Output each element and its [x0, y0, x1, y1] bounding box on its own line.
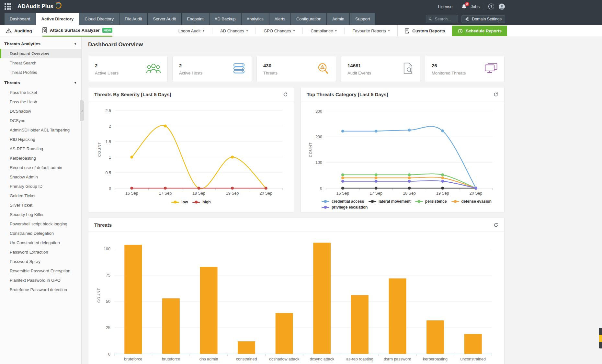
sidebar-item-threat-search[interactable]: Threat Search: [0, 58, 81, 68]
domain-settings-button[interactable]: Domain Settings: [461, 15, 505, 23]
chart-title: Top Threats Category [Last 5 Days]: [307, 92, 388, 97]
server-icon: [233, 63, 245, 75]
sidebar-item-threat-profiles[interactable]: Threat Profiles: [0, 68, 81, 77]
chevron-down-icon: ▾: [74, 81, 76, 85]
tab-alerts[interactable]: Alerts: [269, 13, 290, 25]
search-input[interactable]: [434, 17, 456, 22]
svg-text:50: 50: [106, 299, 110, 304]
legend-item-high[interactable]: high: [192, 200, 210, 204]
dropdown-logon-audit[interactable]: Logon Audit▾: [171, 28, 212, 33]
stat-card-active-users[interactable]: 2Active Users: [88, 56, 168, 82]
license-link[interactable]: License: [438, 4, 453, 9]
main-content: Dashboard Overview 2Active Users2Active …: [82, 37, 602, 364]
svg-text:18 Sep: 18 Sep: [403, 191, 416, 196]
help-button[interactable]: ?: [488, 4, 494, 9]
sidebar-item-constrained-delegation[interactable]: Constrained Delegation: [0, 229, 81, 238]
stat-card-active-hosts[interactable]: 2Active Hosts: [172, 56, 252, 82]
refresh-icon[interactable]: [494, 92, 498, 97]
sidebar-item-pass-the-ticket[interactable]: Pass the ticket: [0, 88, 81, 97]
tab-configuration[interactable]: Configuration: [291, 13, 326, 25]
sidebar-item-silver-ticket[interactable]: Silver Ticket: [0, 200, 81, 210]
tab-analytics[interactable]: Analytics: [242, 13, 269, 25]
sidebar-section-threats-analytics[interactable]: Threats Analytics▾: [0, 38, 81, 49]
svg-text:17 Sep: 17 Sep: [159, 191, 172, 196]
legend-item-credential-access[interactable]: credential access: [322, 199, 364, 204]
tab-active-directory[interactable]: Active Directory: [36, 13, 79, 25]
tab-endpoint[interactable]: Endpoint: [182, 13, 209, 25]
custom-reports-button[interactable]: Custom Reports: [398, 28, 452, 34]
profile-avatar[interactable]: [498, 3, 505, 10]
legend-item-privilege-escalation[interactable]: privilege escalation: [322, 205, 368, 210]
auditing-tab[interactable]: Auditing: [6, 25, 32, 37]
sidebar-item-un-constrained-delegation[interactable]: Un-Constrained delegation: [0, 238, 81, 247]
stat-card-threats[interactable]: 430Threats: [256, 56, 336, 82]
sidebar-item-recent-use-of-default-admin[interactable]: Recent use of default admin: [0, 163, 81, 172]
sidebar-item-dashboard-overview[interactable]: Dashboard Overview: [0, 49, 81, 58]
legend-item-low[interactable]: low: [171, 200, 188, 204]
sidebar-item-dcsync[interactable]: DCSync: [0, 116, 81, 125]
legend-item-persistence[interactable]: persistence: [415, 199, 447, 204]
svg-text:bruteforce: bruteforce: [162, 357, 180, 361]
svg-text:0: 0: [109, 186, 111, 191]
auditing-label: Auditing: [14, 28, 32, 33]
sidebar-item-security-log-killer[interactable]: Security Log Killer: [0, 210, 81, 219]
feedback-widget[interactable]: [599, 328, 602, 348]
sidebar-item-shadow-admin[interactable]: Shadow Admin: [0, 172, 81, 182]
attack-surface-analyzer-tab[interactable]: Attack Surface Analyzer NEW: [42, 25, 112, 37]
tab-admin[interactable]: Admin: [327, 13, 349, 25]
legend-item-defense-evasion[interactable]: defense evasion: [451, 199, 492, 204]
svg-text:1: 1: [109, 155, 111, 160]
sidebar-section-threats[interactable]: Threats▾: [0, 77, 81, 88]
sidebar-item-bruteforce-password-detection[interactable]: Bruteforce Password detection: [0, 285, 81, 294]
svg-text:as-rep roasting: as-rep roasting: [346, 357, 373, 361]
sidebar-item-adminsdholder-acl-tampering[interactable]: AdminSDHolder ACL Tampering: [0, 125, 81, 135]
dropdown-ad-changes[interactable]: AD Changes▾: [212, 28, 256, 33]
sidebar-item-reversible-password-encryption[interactable]: Reversible Password Encryption: [0, 266, 81, 276]
sidebar-item-primary-group-id[interactable]: Primary Group ID: [0, 182, 81, 191]
dropdown-label: GPO Changes: [264, 28, 291, 33]
tab-dashboard[interactable]: Dashboard: [5, 13, 36, 25]
sidebar-item-as-rep-roasting[interactable]: AS-REP Roasting: [0, 144, 81, 154]
stat-value: 2: [95, 63, 119, 68]
jobs-link[interactable]: Jobs: [471, 4, 480, 9]
tab-ad-backup[interactable]: AD Backup: [210, 13, 241, 25]
stats-row: 2Active Users2Active Hosts430Threats1466…: [88, 56, 505, 82]
sidebar-content: Threats Analytics▾Dashboard OverviewThre…: [0, 38, 81, 294]
dropdown-favourite-reports[interactable]: Favourite Reports▾: [345, 28, 397, 33]
domain-settings-label: Domain Settings: [472, 17, 502, 21]
dropdown-compliance[interactable]: Compliance▾: [303, 28, 344, 33]
notifications-button[interactable]: 3: [461, 4, 467, 9]
stat-info: 2Active Hosts: [179, 63, 202, 75]
sidebar-item-password-extraction[interactable]: Password Extraction: [0, 247, 81, 257]
sidebar-item-kerberoasting[interactable]: Kerberoasting: [0, 154, 81, 163]
tab-support[interactable]: Support: [350, 13, 375, 25]
sidebar-item-golden-ticket[interactable]: Golden Ticket: [0, 191, 81, 200]
sidebar-item-dcshadow[interactable]: DCShadow: [0, 107, 81, 116]
dropdown-gpo-changes[interactable]: GPO Changes▾: [256, 28, 302, 33]
refresh-icon[interactable]: [283, 92, 288, 97]
legend-item-lateral-movement[interactable]: lateral movement: [369, 199, 411, 204]
sidebar-item-plaintext-password-in-gpo[interactable]: Plaintext Password in GPO: [0, 276, 81, 285]
tab-file-audit[interactable]: File Audit: [119, 13, 147, 25]
app-logo: ADAudit Plus: [17, 3, 62, 10]
sidebar-item-password-spray[interactable]: Password Spray: [0, 257, 81, 266]
refresh-icon[interactable]: [494, 222, 498, 227]
sidebar-item-rid-hijacking[interactable]: RID Hijacking: [0, 135, 81, 144]
sidebar-item-pass-the-hash[interactable]: Pass the Hash: [0, 97, 81, 107]
schedule-reports-button[interactable]: Schedule Reports: [452, 26, 507, 36]
sidebar: Threats Analytics▾Dashboard OverviewThre…: [0, 37, 82, 364]
stat-card-audit-events[interactable]: 14661Audit Events: [341, 56, 420, 82]
sidebar-item-powershell-script-block-logging[interactable]: Powershell script block logging: [0, 219, 81, 229]
stat-info: 430Threats: [263, 63, 278, 75]
svg-text:dns admin: dns admin: [199, 357, 218, 361]
apps-grid-icon[interactable]: [5, 3, 11, 10]
svg-text:100: 100: [104, 247, 110, 251]
global-search[interactable]: [426, 15, 458, 23]
dropdown-label: Compliance: [311, 28, 333, 33]
tab-cloud-directory[interactable]: Cloud Directory: [79, 13, 119, 25]
svg-text:25: 25: [106, 325, 110, 330]
legend-label: high: [202, 200, 210, 204]
stat-card-monitored-threats[interactable]: 26Monitored Threats: [425, 56, 505, 82]
sidebar-collapse-handle[interactable]: ‹: [80, 100, 84, 121]
tab-server-audit[interactable]: Server Audit: [148, 13, 181, 25]
